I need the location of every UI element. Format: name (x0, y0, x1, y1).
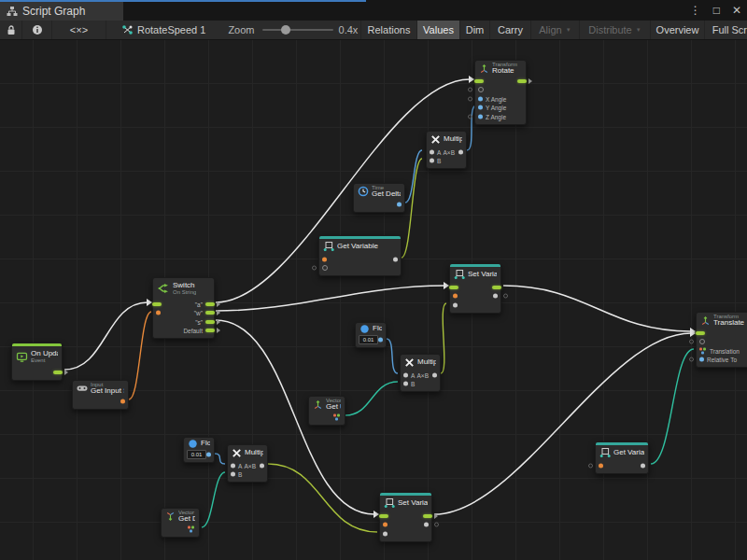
vector3-port[interactable] (188, 525, 196, 532)
port-row: Translation (697, 346, 747, 356)
node-get-delta-time[interactable]: TimeGet Delta Time (353, 183, 405, 213)
distribute-dropdown[interactable]: Distribute▼ (579, 21, 650, 39)
value-port[interactable] (478, 96, 483, 101)
flow-port[interactable] (53, 371, 63, 374)
target-port[interactable] (699, 339, 705, 344)
align-dropdown[interactable]: Align▼ (530, 21, 579, 39)
port-row (475, 77, 526, 86)
node-title: Set Variable (398, 499, 428, 507)
value-port[interactable] (378, 337, 383, 342)
carry-button[interactable]: Carry (489, 21, 530, 39)
flow-port[interactable] (492, 286, 501, 289)
node-multiply-bot[interactable]: MultiplyAA×BB (227, 444, 268, 483)
info-button[interactable] (22, 21, 52, 39)
value-port[interactable] (260, 463, 264, 468)
value-port[interactable] (403, 372, 408, 377)
node-header: Get Variable (596, 445, 648, 460)
value-port[interactable] (430, 149, 434, 154)
value-port[interactable] (397, 202, 402, 206)
lock-button[interactable] (0, 21, 22, 39)
overview-button[interactable]: Overview (650, 21, 704, 39)
node-translate[interactable]: TransformTranslateTranslationRelative To (696, 312, 747, 368)
node-float-bot[interactable]: Float0.01 (183, 437, 215, 463)
value-port[interactable] (393, 257, 398, 261)
flow-port[interactable] (423, 514, 432, 518)
value-port[interactable] (322, 257, 327, 261)
value-port[interactable] (478, 105, 483, 110)
value-port[interactable] (430, 159, 434, 163)
node-title: Get Variable (337, 243, 378, 250)
node-on-update[interactable]: On UpdateEvent (11, 343, 63, 381)
flow-port[interactable] (205, 320, 215, 324)
value-port[interactable] (453, 294, 458, 299)
port-row (450, 292, 500, 301)
flow-port[interactable] (205, 311, 215, 315)
value-port[interactable] (453, 302, 458, 307)
flow-port[interactable] (696, 331, 705, 335)
node-multiply-mid[interactable]: MultiplyAA×BB (400, 354, 441, 392)
vector3-port[interactable] (699, 347, 708, 354)
value-port[interactable] (231, 463, 235, 468)
target-port[interactable] (478, 87, 484, 92)
flow-port[interactable] (379, 514, 388, 518)
value-port[interactable] (206, 452, 211, 456)
port-label: A×B (417, 371, 429, 378)
flow-port[interactable] (449, 286, 458, 289)
target-port[interactable] (322, 265, 328, 271)
value-port[interactable] (424, 523, 429, 527)
zoom-slider[interactable] (262, 29, 333, 31)
node-get-down[interactable]: Vector 3Get Down (161, 508, 200, 538)
code-view-button[interactable]: <×> (52, 21, 106, 39)
node-float-mid[interactable]: Float0.01 (355, 322, 387, 348)
dim-button[interactable]: Dim (459, 21, 489, 39)
close-icon[interactable]: ✕ (732, 3, 741, 18)
value-port[interactable] (156, 311, 161, 315)
value-port[interactable] (432, 372, 437, 377)
value-port[interactable] (120, 399, 125, 403)
value-port[interactable] (383, 531, 388, 536)
value-port[interactable] (493, 294, 498, 299)
graph-canvas[interactable]: TransformRotateX AngleY AngleZ AngleMult… (0, 0, 747, 560)
variable-icon (384, 497, 395, 509)
value-port[interactable] (478, 114, 483, 119)
maximize-icon[interactable]: □ (713, 3, 720, 18)
value-input[interactable]: 0.01 (187, 450, 206, 459)
node-set-variable-mid[interactable]: Set Variable (449, 263, 501, 314)
flow-port[interactable] (205, 329, 215, 332)
port-row: X Angle (475, 94, 526, 104)
vector3-port[interactable] (333, 413, 342, 420)
node-switch[interactable]: SwitchOn String"a""w""s"Default (152, 277, 215, 339)
node-get-variable-top[interactable]: Get Variable (318, 235, 402, 276)
flow-port[interactable] (474, 79, 484, 83)
flow-port[interactable] (205, 302, 215, 306)
value-port[interactable] (403, 382, 408, 386)
port-row (450, 301, 500, 310)
port-row: Relative To (697, 356, 747, 365)
flow-port[interactable] (152, 302, 162, 306)
node-get-input-string[interactable]: InputGet Input String (72, 380, 129, 410)
value-port[interactable] (641, 463, 645, 468)
node-set-variable-bot[interactable]: Set Variable (379, 492, 432, 542)
port-row: 0.01 (184, 450, 214, 459)
value-port[interactable] (231, 472, 235, 477)
node-get-variable-bot[interactable]: Get Variable (595, 441, 649, 474)
flow-port[interactable] (517, 79, 527, 83)
node-get-up[interactable]: Vector 3Get Up (308, 396, 345, 426)
value-port[interactable] (383, 523, 388, 527)
value-port[interactable] (599, 463, 603, 468)
values-button[interactable]: Values (416, 21, 459, 39)
graph-breadcrumb[interactable]: RotateSpeed 1 (121, 24, 205, 35)
node-rotate[interactable]: TransformRotateX AngleY AngleZ Angle (474, 60, 527, 125)
value-port[interactable] (699, 357, 704, 362)
full-screen-button[interactable]: Full Screen (704, 21, 747, 39)
zoom-slider-thumb[interactable] (281, 25, 290, 35)
node-ports: "a""w""s"Default (153, 299, 214, 338)
tab-script-graph[interactable]: Script Graph (0, 2, 123, 21)
value-input[interactable]: 0.01 (359, 335, 378, 344)
switch-icon (157, 282, 170, 295)
relations-button[interactable]: Relations (360, 21, 416, 39)
focus-highlight (0, 0, 366, 2)
node-multiply-top[interactable]: MultiplyAA×BB (426, 131, 467, 169)
value-port[interactable] (458, 149, 463, 154)
menu-icon[interactable]: ⋮ (690, 3, 701, 18)
